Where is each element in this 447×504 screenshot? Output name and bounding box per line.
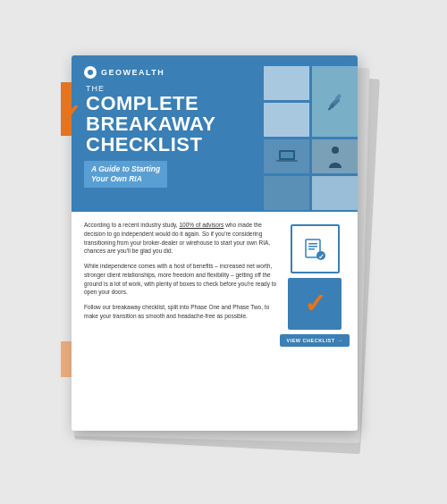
page-header: GeoWealth The Complete Breakaway Checkli… <box>72 55 358 212</box>
img-cell-laptop <box>264 139 309 173</box>
paragraph-1: According to a recent industry study, 10… <box>84 221 281 256</box>
view-checklist-label: VIEW CHECKLIST <box>286 338 334 343</box>
arrow-icon: → <box>338 338 343 343</box>
svg-rect-5 <box>276 160 298 162</box>
header-subtitle-box: A Guide to Starting Your Own RIA <box>84 161 167 188</box>
img-cell-gavel <box>312 66 358 137</box>
header-title: Complete Breakaway Checklist <box>86 93 240 155</box>
page-body: According to a recent industry study, 10… <box>72 212 358 356</box>
document-icon: ✓ <box>301 236 328 263</box>
logo-icon <box>84 66 97 79</box>
person-icon <box>326 145 344 168</box>
document-icon-box: ✓ <box>291 224 340 273</box>
left-checkmark-icon: ✓ <box>59 98 81 130</box>
svg-rect-10 <box>308 248 315 250</box>
logo-text: GeoWealth <box>101 68 164 77</box>
underline-link: 100% of advisors <box>179 222 224 228</box>
img-cell-4 <box>264 176 309 210</box>
img-cell-2 <box>264 103 309 137</box>
big-checkmark-icon: ✓ <box>304 290 326 317</box>
paragraph-3: Follow our breakaway checklist, split in… <box>84 303 281 321</box>
svg-rect-4 <box>281 152 293 158</box>
view-checklist-button[interactable]: VIEW CHECKLIST → <box>280 334 349 347</box>
check-big-box: ✓ <box>288 278 342 330</box>
img-cell-person <box>312 139 358 173</box>
img-cell-5 <box>312 176 358 210</box>
images-grid <box>264 66 358 210</box>
svg-rect-9 <box>308 246 317 248</box>
main-page: GeoWealth The Complete Breakaway Checkli… <box>72 55 358 431</box>
body-right: ✓ ✓ VIEW CHECKLIST → <box>284 221 345 347</box>
img-cell-1 <box>264 66 309 100</box>
svg-point-6 <box>332 147 339 154</box>
svg-rect-8 <box>308 243 317 245</box>
paragraph-2: While independence comes with a host of … <box>84 262 281 297</box>
gavel-icon <box>326 92 344 112</box>
header-subtitle: A Guide to Starting Your Own RIA <box>91 164 160 184</box>
laptop-icon <box>276 148 298 164</box>
body-left: According to a recent industry study, 10… <box>84 221 284 347</box>
page-content: According to a recent industry study, 10… <box>84 221 345 347</box>
left-accent-bottom <box>61 341 72 377</box>
svg-text:✓: ✓ <box>318 252 325 260</box>
